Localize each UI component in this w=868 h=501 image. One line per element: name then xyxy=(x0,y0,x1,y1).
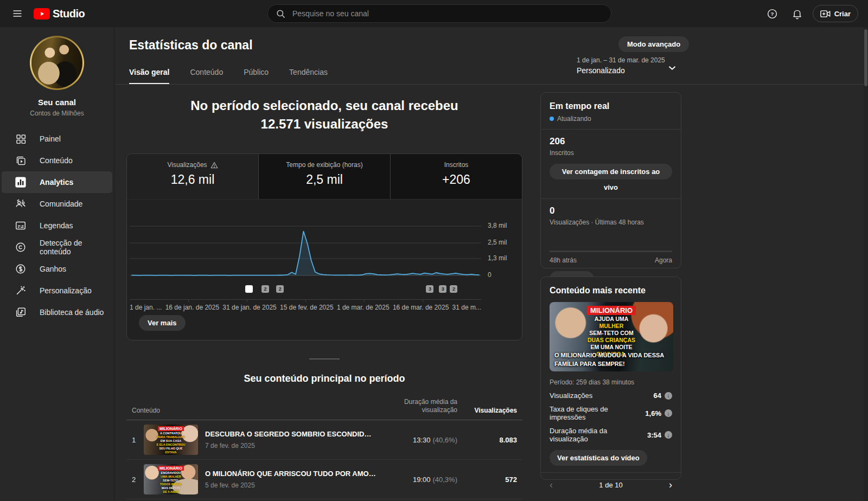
video-date: 5 de fev. de 2025 xyxy=(205,481,376,489)
next-page-chevron-icon[interactable]: › xyxy=(669,479,672,491)
column-header-views: Visualizações xyxy=(457,407,517,414)
video-title[interactable]: DESCUBRA O SEGREDO SOMBRIO ESCONDIDO NA … xyxy=(205,430,376,438)
thumbnail-text-line: DE 5 ANOS xyxy=(163,490,178,493)
video-views: 8.083 xyxy=(457,436,517,444)
video-views: 572 xyxy=(457,476,517,484)
divider xyxy=(541,472,681,473)
sidebar-item-conte-do[interactable]: Conteúdo xyxy=(2,150,112,171)
axis-right-label: Agora xyxy=(655,256,672,264)
thumbnail-text-line: EM UMA NOITE xyxy=(590,344,632,350)
publish-marker[interactable]: 3 xyxy=(426,285,433,293)
sidebar-item-analytics[interactable]: Analytics xyxy=(2,171,112,193)
advanced-mode-button[interactable]: Modo avançado xyxy=(618,36,689,52)
video-duration: 13:30(40,6%) xyxy=(376,436,457,444)
y-tick-label: 2,5 mil xyxy=(488,239,507,246)
channel-handle: Contos de Milhões xyxy=(0,110,114,117)
scrollbar-thumb[interactable] xyxy=(864,29,867,86)
sidebar-item-ganhos[interactable]: Ganhos xyxy=(2,258,112,280)
column-header-duration: Duração média da visualização xyxy=(376,398,457,414)
thumbnail-text-line: MULHER xyxy=(599,323,624,329)
earnings-icon xyxy=(15,263,27,275)
x-tick-label: 1 de jan. ... xyxy=(130,304,162,311)
svg-text:?: ? xyxy=(771,11,774,17)
video-thumbnail[interactable]: MILIONÁRIOENGRAVIDOUUMA MULHERSEM-TETO,T… xyxy=(144,464,198,494)
youtube-play-icon xyxy=(34,8,50,20)
x-axis-tick xyxy=(247,299,247,302)
video-meta: DESCUBRA O SEGREDO SOMBRIO ESCONDIDO NA … xyxy=(205,430,376,449)
channel-avatar[interactable] xyxy=(30,36,84,90)
thumbnail-text-line: MILIONÁRIO xyxy=(158,426,184,431)
tab-vis-o-geral[interactable]: Visão geral xyxy=(129,68,169,85)
tab-p-blico[interactable]: Público xyxy=(244,68,269,85)
stat-value: 3:54 xyxy=(647,431,661,439)
thumbnail-text-line: PARA TRABALHAR xyxy=(157,435,184,439)
notifications-bell-icon[interactable] xyxy=(788,4,807,23)
sidebar-item-legendas[interactable]: Legendas xyxy=(2,215,112,236)
video-analytics-button[interactable]: Ver estatísticas do vídeo xyxy=(550,450,647,466)
sidebar-item-biblioteca-de-udio[interactable]: Biblioteca de áudio xyxy=(2,301,112,323)
copyright-icon xyxy=(15,241,27,253)
help-icon[interactable]: ? xyxy=(763,4,782,23)
dashboard-icon xyxy=(15,133,27,145)
sidebar-item-label: Ganhos xyxy=(40,265,66,273)
live-dot-icon xyxy=(550,117,554,121)
hamburger-menu-icon[interactable] xyxy=(4,0,30,27)
sidebar-item-painel[interactable]: Painel xyxy=(2,128,112,150)
latest-period: Período: 259 dias 38 minutos xyxy=(550,378,672,386)
thumbnail-text-line: SEM-TETO, xyxy=(163,479,179,482)
metric-tab-tempo-de-exibi-o-horas-[interactable]: Tempo de exibição (horas)2,5 mil xyxy=(259,154,391,199)
publish-marker[interactable]: 2 xyxy=(261,285,269,293)
sidebar-item-personaliza-o[interactable]: Personalização xyxy=(2,280,112,301)
latest-video-thumbnail[interactable]: MILIONÁRIOAJUDA UMAMULHERSEM-TETO COMDUA… xyxy=(550,302,673,371)
tab-tend-ncias[interactable]: Tendências xyxy=(289,68,328,85)
sidebar-item-label: Comunidade xyxy=(40,200,82,208)
scrollbar-track[interactable] xyxy=(864,27,868,501)
youtube-studio-logo[interactable]: Studio xyxy=(34,8,85,20)
stat-row: Duração média da visualização3:54↓ xyxy=(550,427,672,443)
axis-left-label: 48h atrás xyxy=(550,256,577,264)
video-thumbnail[interactable]: MILIONÁRIOA CONTRATOUPARA TRABALHAREM SU… xyxy=(144,425,198,455)
metric-label: Inscritos xyxy=(391,161,522,169)
previous-page-chevron-icon[interactable]: ‹ xyxy=(550,479,553,491)
sidebar-item-label: Analytics xyxy=(40,178,73,187)
section-divider xyxy=(309,358,340,359)
thumbnail-text: MILIONÁRIOAJUDA UMAMULHERSEM-TETO COMDUA… xyxy=(550,306,673,357)
publish-marker[interactable]: 2 xyxy=(450,285,457,293)
metric-tab-inscritos[interactable]: Inscritos+206 xyxy=(391,154,522,199)
create-button[interactable]: Criar xyxy=(813,5,858,22)
stat-label: Duração média da visualização xyxy=(550,427,647,443)
see-more-button[interactable]: Ver mais xyxy=(139,315,186,331)
metric-value: 2,5 mil xyxy=(259,172,390,187)
search-input[interactable] xyxy=(292,9,603,18)
publish-marker[interactable] xyxy=(245,285,253,293)
realtime-subs-count: 206 xyxy=(550,136,672,147)
youtube-studio-app: Studio ? Criar Seu canal Contos de Milhõ… xyxy=(0,0,868,501)
search-bar[interactable] xyxy=(267,4,611,23)
publish-marker[interactable]: 2 xyxy=(276,285,284,293)
thumbnail-text-line: DUAS CRIANÇAS xyxy=(588,337,635,343)
live-subscriber-count-button[interactable]: Ver contagem de inscritos ao vivo xyxy=(550,164,672,179)
sidebar-item-detec-o-de-conte-do[interactable]: Detecção de conteúdo xyxy=(2,236,112,258)
table-body: 1MILIONÁRIOA CONTRATOUPARA TRABALHAREM S… xyxy=(126,420,522,499)
sidebar-item-comunidade[interactable]: Comunidade xyxy=(2,193,112,215)
metric-tab-visualiza-es[interactable]: Visualizações12,6 mil xyxy=(127,154,259,199)
x-tick-label: 15 de fev. de 2025 xyxy=(280,304,334,311)
tab-conte-do[interactable]: Conteúdo xyxy=(190,68,223,85)
headline-line1: No período selecionado, seu canal recebe… xyxy=(126,97,522,115)
publish-marker[interactable]: 3 xyxy=(439,285,446,293)
y-tick-label: 3,8 mil xyxy=(488,222,507,229)
line-chart[interactable] xyxy=(130,214,481,284)
subtitles-icon xyxy=(15,220,27,232)
table-row[interactable]: 2MILIONÁRIOENGRAVIDOUUMA MULHERSEM-TETO,… xyxy=(126,460,522,499)
table-row[interactable]: 1MILIONÁRIOA CONTRATOUPARA TRABALHAREM S… xyxy=(126,420,522,460)
thumbnail-text-line: SEM-TETO COM xyxy=(589,330,633,336)
main-content: Estatísticas do canal Modo avançado 1 de… xyxy=(115,27,864,501)
video-title[interactable]: O MILIONÁRIO QUE ARRISCOU TUDO POR AMOR:… xyxy=(205,470,376,478)
chevron-down-icon[interactable] xyxy=(666,62,678,76)
trend-down-icon: ↓ xyxy=(665,431,672,439)
thumbnail-text-line: SEU FILHO QUE xyxy=(159,447,183,450)
content-icon xyxy=(15,155,27,166)
metric-label: Tempo de exibição (horas) xyxy=(259,161,390,169)
metric-value: +206 xyxy=(391,172,522,187)
thumbnail-text: MILIONÁRIOENGRAVIDOUUMA MULHERSEM-TETO,T… xyxy=(144,466,198,494)
